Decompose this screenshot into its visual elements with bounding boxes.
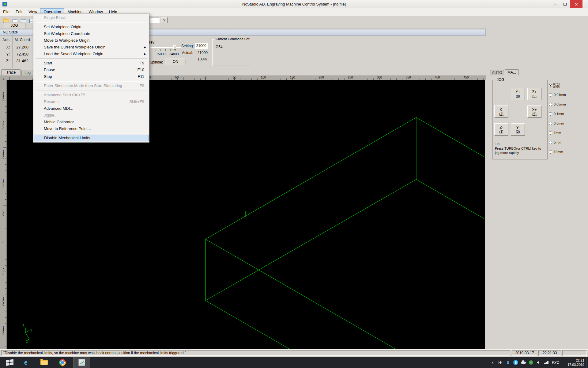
tray-app-button[interactable] (497, 359, 504, 366)
jog-button-key: (1) (499, 130, 503, 133)
ruler-label: 400 (433, 76, 442, 79)
taskbar-chrome-button[interactable] (56, 357, 69, 368)
menu-item-resume[interactable]: ResumeShift+F9 (33, 98, 149, 105)
step-option-1mm[interactable]: 1mm (549, 131, 561, 135)
menu-item-jiggle[interactable]: Jiggle... (33, 112, 149, 119)
grid-icon (499, 361, 502, 364)
toolbar-edit-box[interactable] (150, 17, 160, 23)
jog-button-y-minus[interactable]: Y- (2) (511, 123, 525, 136)
ruler-label: 1 0 0 (2, 179, 5, 189)
skype-icon: S (513, 360, 518, 365)
tab-trace[interactable]: Trace (1, 69, 21, 75)
jog-group-title: JOG (496, 78, 506, 82)
language-indicator[interactable]: РУС (550, 357, 561, 368)
menu-item-advanced-start[interactable]: Advanced Start.Ctrl+F9 (33, 92, 149, 98)
step-option-10mm[interactable]: 10mm (549, 150, 563, 154)
tab-jog-mode[interactable]: JOG (3, 22, 25, 29)
jog-button-key: (4) (499, 112, 503, 116)
tray-clock[interactable]: 22:21 17.03.2019 (562, 358, 584, 367)
tray-volume-button[interactable] (535, 359, 542, 366)
jog-tip-line2: Press TURBO(or CTRL) key to (495, 147, 541, 150)
tray-antivirus-button[interactable]: ✓ (528, 359, 534, 366)
menu-separator (33, 21, 149, 24)
step-label: 0.5mm (554, 121, 564, 125)
axis-tripod (25, 328, 29, 340)
jog-button-label: X+ (532, 108, 537, 112)
tray-onedrive-button[interactable] (520, 359, 527, 366)
command-set-value: G54 (216, 45, 223, 49)
menu-item-set-workpiece-origin[interactable]: Set Workpiece Origin (33, 24, 149, 30)
coords-header-mcoord: M. Coord. (15, 38, 31, 42)
menu-item-label: Pause (44, 67, 55, 72)
menu-item-start[interactable]: StartF9 (33, 60, 149, 67)
help-button[interactable]: ? (161, 17, 168, 23)
step-label: 0.05mm (554, 102, 566, 106)
menu-item-save-current-workpiece-origin[interactable]: Save the Current Workpiece Origin (33, 44, 149, 51)
step-option-001mm[interactable]: 0.01mm (549, 93, 566, 97)
start-button[interactable] (2, 357, 17, 368)
tray-bluetooth-button[interactable]: B (505, 359, 511, 366)
menu-item-mobile-calibrator[interactable]: Mobile Calibrator... (33, 119, 149, 125)
taskbar-ie-button[interactable]: e (19, 357, 32, 368)
tray-expand-button[interactable]: ▲ (489, 359, 496, 366)
close-button[interactable]: ✕ (570, 0, 582, 8)
step-label: 1mm (554, 131, 561, 135)
menu-item-set-workpiece-coordinate[interactable]: Set Workpiece Coordinate (33, 30, 149, 37)
window-title: NcStudio AD. Engraving Machine Control S… (0, 2, 588, 6)
jog-button-z-minus[interactable]: Z- (1) (494, 123, 508, 136)
menu-item-move-to-workpiece-origin[interactable]: Move to Workpiece Origin (33, 37, 149, 44)
spindle-slider-thumb[interactable] (173, 45, 176, 50)
tray-skype-button[interactable]: S (512, 359, 519, 366)
spindle-label: Spindle: (150, 60, 163, 64)
radio-icon (549, 122, 552, 125)
minimize-button[interactable]: – (551, 0, 560, 8)
spindle-on-button[interactable]: ON (165, 59, 186, 65)
menu-item-disable-mechanical-limits[interactable]: Disable Mechanical Limits... (34, 135, 149, 141)
jog-button-x-minus[interactable]: X- (4) (494, 105, 508, 118)
menu-item-pause[interactable]: PauseF10 (33, 67, 149, 73)
step-option-05mm[interactable]: 0.5mm (549, 121, 564, 125)
jog-button-key: (6) (532, 112, 536, 116)
tab-manual[interactable]: MA... (505, 69, 519, 75)
ruler-label: 300 (375, 76, 384, 79)
maximize-button[interactable] (560, 0, 570, 8)
step-label: 10mm (554, 150, 563, 154)
spindle-scale-max: 24000 (169, 52, 179, 56)
menu-item-enter-simulation[interactable]: Enter Simulation Mode then Start Simulat… (33, 82, 149, 89)
taskbar-ncstudio-button[interactable] (74, 357, 90, 368)
spindle-slider-track[interactable] (150, 47, 181, 48)
tab-log[interactable]: Log (21, 70, 34, 75)
ruler-label: 0 (201, 76, 210, 79)
taskbar-explorer-button[interactable] (37, 357, 51, 368)
step-option-005mm[interactable]: 0.05mm (549, 102, 566, 106)
menu-file[interactable]: File (0, 8, 13, 16)
menu-item-move-to-reference-point[interactable]: Move to Reference Point... (33, 125, 149, 132)
show-desktop-button[interactable] (586, 357, 588, 368)
ruler-label: 150 (288, 76, 297, 79)
tab-auto[interactable]: AUTO (490, 70, 504, 75)
menu-item-label: Advanced MDI... (44, 106, 73, 111)
menu-item-advanced-mdi[interactable]: Advanced MDI... (33, 105, 149, 112)
title-bar: NcStudio AD. Engraving Machine Control S… (0, 0, 588, 8)
step-option-01mm[interactable]: 0.1mm (549, 112, 564, 116)
spindle-slider-ticks (151, 49, 181, 51)
step-option-jog[interactable]: Jog (549, 83, 559, 88)
menu-item-single-block[interactable]: Single Block (33, 14, 149, 21)
ruler-label: 50 (230, 76, 239, 79)
menu-item-stop[interactable]: StopF11 (33, 73, 149, 80)
jog-button-y-plus[interactable]: Y+ (8) (511, 88, 525, 100)
chevron-up-icon: ▲ (492, 361, 494, 364)
menu-item-label: Save the Current Workpiece Origin (44, 45, 105, 49)
coords-header-axis: Axis (2, 38, 9, 42)
step-label: 0.01mm (554, 93, 566, 97)
menu-item-load-saved-workpiece-origin[interactable]: Load the Saved Workpiece Origin (33, 51, 149, 57)
spindle-setting-value[interactable]: 21000 (194, 43, 208, 49)
ruler-label: - 5 0 (2, 267, 5, 276)
jog-button-z-plus[interactable]: Z+ (9) (527, 88, 541, 100)
status-spare-cell (562, 350, 587, 356)
menu-edit[interactable]: Edit (13, 8, 25, 16)
tray-network-button[interactable] (543, 359, 550, 366)
chrome-icon (59, 359, 66, 366)
step-option-5mm[interactable]: 5mm (549, 140, 561, 144)
jog-button-x-plus[interactable]: X+ (6) (527, 105, 541, 118)
